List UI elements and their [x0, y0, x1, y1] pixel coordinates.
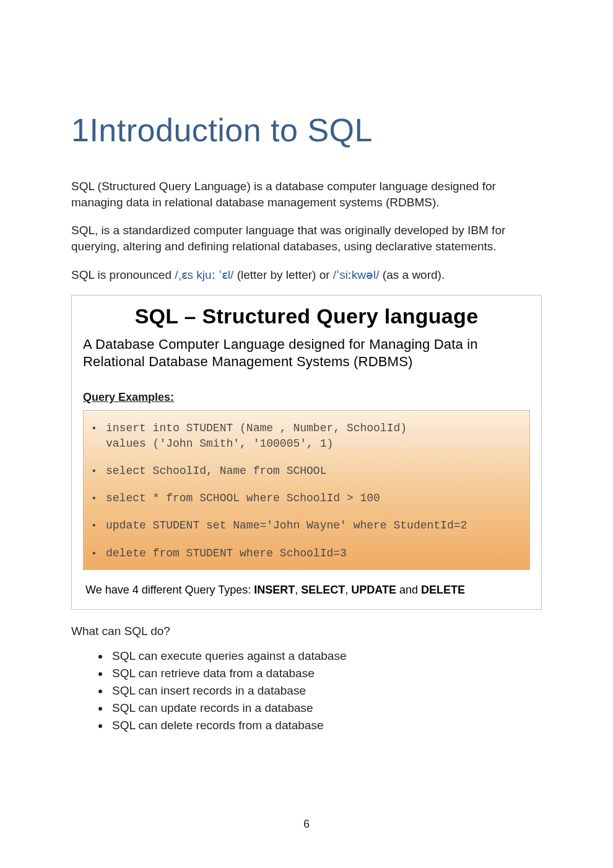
- code-panel: • insert into STUDENT (Name , Number, Sc…: [83, 410, 530, 570]
- page-number: 6: [0, 818, 613, 831]
- page-title: 1Introduction to SQL: [71, 112, 542, 149]
- query-types-summary: We have 4 different Query Types: INSERT,…: [83, 584, 530, 597]
- code-text: delete from STUDENT where SchoolId=3: [106, 546, 347, 561]
- summary-pre: We have 4 different Query Types:: [85, 584, 254, 596]
- code-line: • delete from STUDENT where SchoolId=3: [92, 546, 521, 561]
- list-item: SQL can update records in a database: [110, 701, 542, 715]
- list-item: SQL can retrieve data from a database: [110, 667, 542, 680]
- capabilities-list: SQL can execute queries against a databa…: [71, 649, 542, 732]
- phonetic-2: /ˈsiːkwəl/: [333, 268, 380, 281]
- summary-type: DELETE: [421, 584, 465, 596]
- info-box: SQL – Structured Query language A Databa…: [71, 295, 542, 610]
- summary-type: UPDATE: [351, 584, 396, 596]
- code-text: insert into STUDENT (Name , Number, Scho…: [106, 421, 407, 451]
- code-line: • select SchoolId, Name from SCHOOL: [92, 463, 521, 478]
- info-box-subtitle: A Database Computer Language designed fo…: [83, 336, 530, 370]
- phonetic-1: /ˌɛs kjuː ˈɛl/: [175, 268, 233, 281]
- what-can-sql-do: What can SQL do?: [71, 625, 542, 638]
- pronunciation-pre: SQL is pronounced: [71, 268, 175, 281]
- summary-type: SELECT: [301, 584, 345, 596]
- pronunciation-mid: (letter by letter) or: [233, 268, 333, 281]
- code-line: • insert into STUDENT (Name , Number, Sc…: [92, 421, 521, 451]
- bullet-icon: •: [92, 546, 106, 561]
- query-examples-label: Query Examples:: [83, 391, 530, 404]
- list-item: SQL can delete records from a database: [110, 719, 542, 732]
- summary-and: and: [396, 584, 421, 596]
- code-text: update STUDENT set Name='John Wayne' whe…: [106, 518, 467, 533]
- summary-type: INSERT: [254, 584, 295, 596]
- code-text: select SchoolId, Name from SCHOOL: [106, 463, 326, 478]
- code-line: • update STUDENT set Name='John Wayne' w…: [92, 518, 521, 533]
- code-line: • select * from SCHOOL where SchoolId > …: [92, 491, 521, 506]
- pronunciation-post: (as a word).: [380, 268, 445, 281]
- list-item: SQL can insert records in a database: [110, 684, 542, 698]
- code-text: select * from SCHOOL where SchoolId > 10…: [106, 491, 380, 506]
- intro-paragraph-2: SQL, is a standardized computer language…: [71, 222, 542, 254]
- intro-paragraph-1: SQL (Structured Query Language) is a dat…: [71, 178, 542, 210]
- bullet-icon: •: [92, 463, 106, 478]
- info-box-title: SQL – Structured Query language: [83, 304, 530, 328]
- pronunciation-paragraph: SQL is pronounced /ˌɛs kjuː ˈɛl/ (letter…: [71, 267, 542, 283]
- bullet-icon: •: [92, 518, 106, 533]
- bullet-icon: •: [92, 421, 106, 436]
- list-item: SQL can execute queries against a databa…: [110, 649, 542, 663]
- bullet-icon: •: [92, 491, 106, 506]
